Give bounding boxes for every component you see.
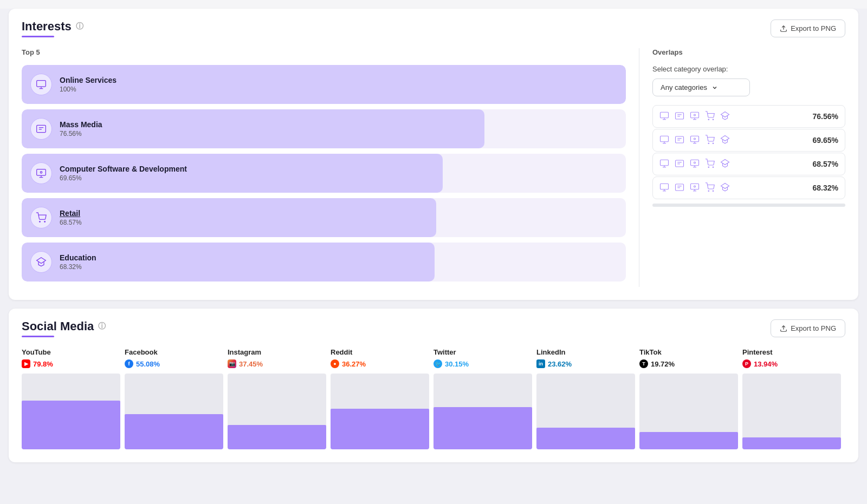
platform-dot-youtube: ▶ <box>22 359 30 368</box>
social-col-reddit: Reddit●36.27% <box>331 348 434 449</box>
social-col-youtube: YouTube▶79.8% <box>22 348 125 449</box>
bar-rows-container: Online Services100%Mass Media76.56%Compu… <box>22 65 626 282</box>
social-media-title-text: Social Media <box>22 319 94 333</box>
overlap-pct-1: 69.65% <box>813 136 838 145</box>
bar-row-education: Education68.32% <box>22 243 626 282</box>
social-pct-twitter: 30.15% <box>445 360 469 368</box>
svg-point-59 <box>713 191 714 192</box>
overlap-icon-3-3 <box>705 182 716 193</box>
category-dropdown[interactable]: Any categories <box>652 78 750 96</box>
bar-row-mass-media: Mass Media76.56% <box>22 109 626 148</box>
interests-section: Interests ⓘ Export to PNG Top 5 Online S… <box>9 9 858 300</box>
social-pct-row-linkedin: in23.62% <box>536 359 635 368</box>
social-chart-tiktok <box>639 374 738 449</box>
overlap-icons-0 <box>659 111 731 122</box>
overlap-icon-0-1 <box>675 111 685 122</box>
social-bar-fill-tiktok <box>639 432 738 449</box>
social-pct-row-instagram: 📷37.45% <box>228 359 326 368</box>
svg-rect-30 <box>691 136 699 142</box>
overlap-icon-1-3 <box>705 135 716 146</box>
bar-content-education: Education68.32% <box>22 245 626 279</box>
bar-row-online-services: Online Services100% <box>22 65 626 104</box>
svg-rect-54 <box>691 184 699 189</box>
bar-label-group-education: Education68.32% <box>60 253 96 271</box>
overlap-icon-2-1 <box>675 159 685 169</box>
social-name-reddit: Reddit <box>331 348 429 356</box>
social-media-title-group: Social Media ⓘ <box>22 319 106 337</box>
social-col-tiktok: TikTokT19.72% <box>639 348 742 449</box>
overlap-pct-0: 76.56% <box>813 112 838 121</box>
overlap-row-0: 76.56% <box>652 105 845 128</box>
overlap-icon-2-2 <box>690 159 701 169</box>
social-bar-fill-twitter <box>434 407 532 449</box>
social-pct-row-facebook: f55.08% <box>125 359 223 368</box>
bar-pct-online-services: 100% <box>60 86 117 93</box>
overlap-row-2: 68.57% <box>652 153 845 175</box>
overlap-row-3: 68.32% <box>652 176 845 199</box>
svg-point-35 <box>713 143 714 144</box>
svg-point-21 <box>694 114 696 116</box>
bar-label-group-retail: Retail68.57% <box>60 209 82 226</box>
social-name-twitter: Twitter <box>434 348 532 356</box>
social-col-twitter: Twitter🐦30.15% <box>434 348 536 449</box>
chevron-down-icon <box>711 84 718 91</box>
svg-point-10 <box>40 221 41 222</box>
overlap-scroll-indicator <box>652 204 845 207</box>
social-col-facebook: Facebookf55.08% <box>125 348 228 449</box>
page: Interests ⓘ Export to PNG Top 5 Online S… <box>0 9 867 504</box>
bar-label-group-computer-software: Computer Software & Development69.65% <box>60 165 187 182</box>
social-media-export-label: Export to PNG <box>791 324 836 332</box>
svg-point-58 <box>708 191 709 192</box>
bar-row-retail: Retail68.57% <box>22 198 626 237</box>
social-media-section: Social Media ⓘ Export to PNG YouTube▶79.… <box>9 309 858 462</box>
bar-label-retail[interactable]: Retail <box>60 209 82 218</box>
social-name-instagram: Instagram <box>228 348 326 356</box>
social-col-instagram: Instagram📷37.45% <box>228 348 331 449</box>
social-chart-facebook <box>125 374 223 449</box>
overlap-icon-2-0 <box>659 159 670 169</box>
svg-marker-48 <box>721 160 729 165</box>
interests-body: Top 5 Online Services100%Mass Media76.56… <box>22 48 845 287</box>
bar-content-mass-media: Mass Media76.56% <box>22 112 626 146</box>
social-media-title: Social Media ⓘ <box>22 319 106 333</box>
overlap-icon-0-4 <box>720 111 731 122</box>
social-pct-instagram: 37.45% <box>239 360 263 368</box>
social-chart-linkedin <box>536 374 635 449</box>
svg-rect-13 <box>661 112 669 118</box>
interests-export-button[interactable]: Export to PNG <box>771 19 845 37</box>
overlap-icon-1-0 <box>659 135 670 146</box>
social-name-facebook: Facebook <box>125 348 223 356</box>
svg-rect-25 <box>661 136 669 142</box>
overlap-icons-3 <box>659 182 731 193</box>
bar-icon-education <box>30 251 52 273</box>
overlap-icon-0-0 <box>659 111 670 122</box>
social-bar-fill-facebook <box>125 414 223 449</box>
svg-rect-42 <box>691 160 699 166</box>
social-chart-pinterest <box>742 374 841 449</box>
social-pct-pinterest: 13.94% <box>754 360 778 368</box>
social-col-linkedin: LinkedInin23.62% <box>536 348 639 449</box>
svg-point-23 <box>713 119 714 120</box>
bar-label-online-services: Online Services <box>60 76 117 84</box>
overlap-icons-2 <box>659 159 731 169</box>
social-bar-fill-youtube <box>22 401 120 449</box>
bar-icon-mass-media <box>30 118 52 140</box>
social-pct-linkedin: 23.62% <box>548 360 572 368</box>
overlap-icon-1-4 <box>720 135 731 146</box>
overlap-pct-2: 68.57% <box>813 160 838 168</box>
social-pct-row-tiktok: T19.72% <box>639 359 738 368</box>
svg-marker-12 <box>37 258 46 264</box>
interests-info-icon[interactable]: ⓘ <box>76 22 83 31</box>
social-bar-fill-reddit <box>331 409 429 449</box>
social-name-linkedin: LinkedIn <box>536 348 635 356</box>
svg-rect-49 <box>661 184 669 189</box>
bar-label-education: Education <box>60 253 96 262</box>
social-chart-twitter <box>434 374 532 449</box>
overlap-icon-0-2 <box>690 111 701 122</box>
social-media-info-icon[interactable]: ⓘ <box>98 322 106 331</box>
social-chart-reddit <box>331 374 429 449</box>
social-pct-tiktok: 19.72% <box>651 360 675 368</box>
bar-label-group-online-services: Online Services100% <box>60 76 117 93</box>
overlap-icon-3-2 <box>690 182 701 193</box>
social-media-export-button[interactable]: Export to PNG <box>771 319 845 337</box>
